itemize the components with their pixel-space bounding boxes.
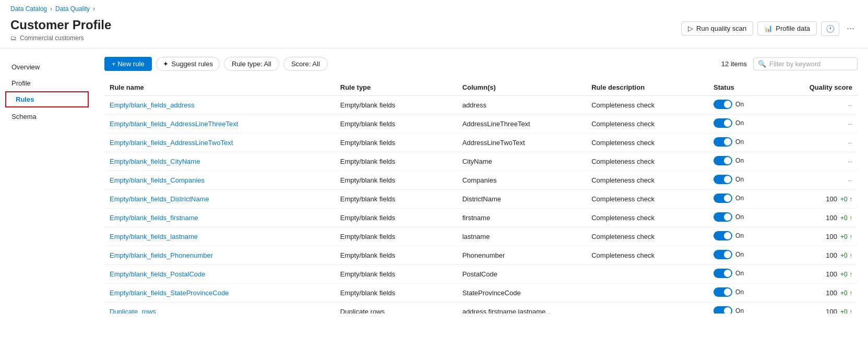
score-number: 100 [826, 251, 837, 259]
toggle-track[interactable] [714, 231, 732, 240]
rule-name-link[interactable]: Empty/blank_fields_StateProvinceCode [110, 289, 229, 297]
table-row: Empty/blank_fields_AddressLineThreeTextE… [104, 115, 858, 134]
description-cell: Completeness check [586, 209, 708, 227]
suggest-rules-button[interactable]: ✦ Suggest rules [156, 57, 220, 71]
rule-type-cell: Empty/blank fields [335, 96, 457, 115]
history-button[interactable]: 🕐 [821, 21, 839, 36]
subtitle-text: Commercial customers [20, 34, 84, 42]
toggle-label: On [735, 288, 744, 296]
score-number: 100 [826, 195, 837, 203]
page-header: Customer Profile 🗂 Commercial customers … [0, 16, 868, 48]
score-label: Score: All [291, 60, 320, 68]
toggle-track[interactable] [714, 306, 732, 313]
toggle-track[interactable] [714, 250, 732, 259]
columns-cell: address,firstname,lastname... [457, 303, 587, 314]
score-delta: +0 ↑ [840, 308, 852, 314]
rule-name-link[interactable]: Empty/blank_fields_firstname [110, 214, 198, 222]
nav-rules[interactable]: Rules [5, 91, 89, 107]
status-cell: On [708, 171, 776, 190]
nav-schema[interactable]: Schema [0, 108, 94, 125]
columns-cell: AddressLineThreeText [457, 115, 587, 134]
nav-profile[interactable]: Profile [0, 75, 94, 91]
score-dash: -- [848, 101, 852, 109]
search-box[interactable]: 🔍 [753, 57, 858, 70]
quality-score-cell: 100 +0 ↑ [776, 265, 858, 284]
rule-type-cell: Duplicate rows [335, 303, 457, 314]
run-quality-scan-button[interactable]: ▷ Run quality scan [681, 21, 753, 35]
score-filter[interactable]: Score: All [283, 57, 328, 71]
status-toggle[interactable]: On [714, 194, 744, 203]
rule-name-link[interactable]: Empty/blank_fields_Phonenumber [110, 251, 213, 259]
toggle-label: On [735, 119, 744, 127]
status-toggle[interactable]: On [714, 100, 744, 109]
rule-name-link[interactable]: Duplicate_rows [110, 308, 156, 313]
status-toggle[interactable]: On [714, 306, 744, 313]
new-rule-label: + New rule [112, 60, 145, 68]
status-cell: On [708, 190, 776, 209]
status-cell: On [708, 284, 776, 303]
profile-data-button[interactable]: 📊 Profile data [757, 21, 817, 35]
table-row: Duplicate_rowsDuplicate rowsaddress,firs… [104, 303, 858, 314]
status-cell: On [708, 265, 776, 284]
nav-overview[interactable]: Overview [0, 59, 94, 75]
status-cell: On [708, 227, 776, 246]
score-container: 100 +0 ↑ [781, 233, 852, 240]
breadcrumb-data-catalog[interactable]: Data Catalog [10, 5, 47, 13]
rule-name-link[interactable]: Empty/blank_fields_AddressLineThreeText [110, 120, 238, 128]
new-rule-button[interactable]: + New rule [104, 57, 152, 71]
toggle-track[interactable] [714, 100, 732, 109]
toggle-track[interactable] [714, 212, 732, 222]
toggle-track[interactable] [714, 269, 732, 278]
breadcrumb-data-quality[interactable]: Data Quality [55, 5, 90, 13]
toggle-track[interactable] [714, 287, 732, 297]
status-toggle[interactable]: On [714, 212, 744, 222]
status-toggle[interactable]: On [714, 175, 744, 184]
rule-name-link[interactable]: Empty/blank_fields_PostalCode [110, 270, 206, 278]
status-toggle[interactable]: On [714, 137, 744, 147]
more-options-button[interactable]: ··· [843, 21, 858, 36]
status-toggle[interactable]: On [714, 287, 744, 297]
quality-score-cell: -- [776, 134, 858, 152]
columns-cell: PostalCode [457, 265, 587, 284]
status-toggle[interactable]: On [714, 269, 744, 278]
toggle-track[interactable] [714, 156, 732, 165]
description-cell [586, 265, 708, 284]
breadcrumb-sep-2: › [93, 5, 95, 13]
score-delta: +0 ↑ [840, 289, 852, 297]
status-toggle[interactable]: On [714, 118, 744, 128]
status-toggle[interactable]: On [714, 231, 744, 240]
profile-data-label: Profile data [776, 25, 810, 32]
rule-name-link[interactable]: Empty/blank_fields_lastname [110, 233, 198, 240]
status-cell: On [708, 96, 776, 115]
score-number: 100 [826, 289, 837, 297]
toggle-label: On [735, 270, 744, 277]
status-toggle[interactable]: On [714, 156, 744, 165]
rule-type-cell: Empty/blank fields [335, 152, 457, 171]
rule-name-link[interactable]: Empty/blank_fields_AddressLineTwoText [110, 139, 233, 147]
columns-cell: StateProvinceCode [457, 284, 587, 303]
score-container: 100 +0 ↑ [781, 308, 852, 313]
score-number: 100 [826, 233, 837, 240]
toggle-track[interactable] [714, 175, 732, 184]
search-input[interactable] [769, 60, 853, 68]
rule-name-link[interactable]: Empty/blank_fields_Companies [110, 176, 205, 184]
score-delta: +0 ↑ [840, 252, 852, 259]
score-container: 100 +0 ↑ [781, 214, 852, 222]
toggle-track[interactable] [714, 137, 732, 147]
toggle-track[interactable] [714, 118, 732, 128]
score-container: 100 +0 ↑ [781, 289, 852, 297]
table-row: Empty/blank_fields_CompaniesEmpty/blank … [104, 171, 858, 190]
rule-name-link[interactable]: Empty/blank_fields_CityName [110, 158, 200, 165]
rule-type-filter[interactable]: Rule type: All [224, 57, 279, 71]
columns-cell: Companies [457, 171, 587, 190]
header-subtitle: 🗂 Commercial customers [10, 34, 111, 42]
toggle-thumb [724, 213, 731, 221]
content-area: Overview Profile Rules Schema + New rule… [0, 49, 868, 313]
rule-name-link[interactable]: Empty/blank_fields_DistrictName [110, 195, 209, 203]
rule-name-link[interactable]: Empty/blank_fields_address [110, 101, 195, 109]
description-cell: Completeness check [586, 134, 708, 152]
status-toggle[interactable]: On [714, 250, 744, 259]
toggle-track[interactable] [714, 194, 732, 203]
score-container: 100 +0 ↑ [781, 251, 852, 259]
toggle-label: On [735, 176, 744, 183]
